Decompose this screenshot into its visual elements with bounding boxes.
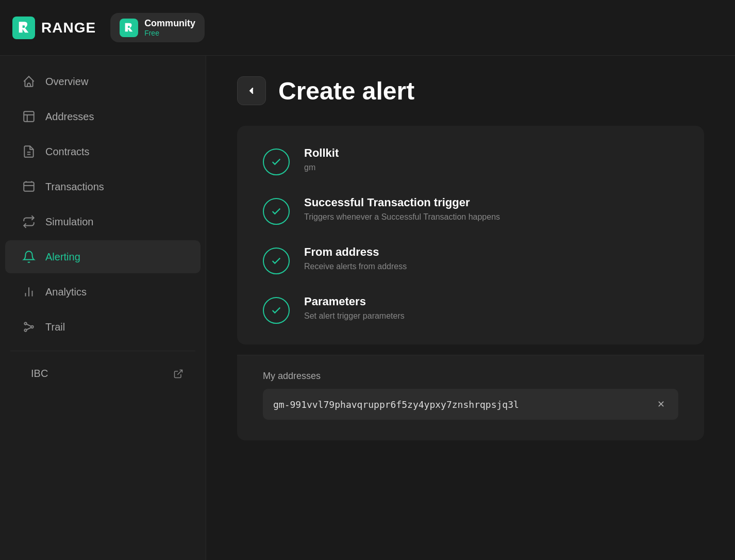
sidebar-item-ibc[interactable]: IBC — [5, 358, 201, 389]
step-desc-3: Set alert trigger parameters — [304, 311, 405, 321]
page-title: Create alert — [278, 77, 414, 105]
sidebar-label-ibc: IBC — [31, 368, 48, 380]
remove-address-button[interactable]: ✕ — [654, 397, 668, 411]
step-desc-1: Triggers whenever a Successful Transacti… — [304, 212, 500, 222]
sidebar-item-simulation[interactable]: Simulation — [5, 205, 201, 238]
step-title-2: From address — [304, 245, 407, 259]
step-rollkit: Rollkit gm — [263, 146, 678, 175]
svg-rect-0 — [24, 111, 34, 122]
address-section: My addresses gm-991vvl79phavqruppr6f5zy4… — [237, 355, 704, 440]
contracts-icon — [22, 144, 36, 159]
address-value: gm-991vvl79phavqruppr6f5zy4ypxy7znshrqps… — [273, 399, 647, 410]
svg-point-14 — [24, 329, 26, 331]
address-label: My addresses — [263, 371, 678, 382]
address-input-row: gm-991vvl79phavqruppr6f5zy4ypxy7znshrqps… — [263, 389, 678, 420]
external-link-icon — [173, 368, 184, 380]
step-title-0: Rollkit — [304, 146, 339, 160]
simulation-icon — [22, 215, 36, 229]
workspace-plan: Free — [144, 29, 195, 37]
step-circle-2 — [263, 248, 290, 274]
svg-point-13 — [31, 326, 33, 328]
sidebar-item-trail[interactable]: Trail — [5, 310, 201, 343]
step-desc-0: gm — [304, 163, 339, 172]
sidebar-label-overview: Overview — [45, 76, 88, 88]
sidebar-item-overview[interactable]: Overview — [5, 65, 201, 98]
content-area: Create alert Rollkit gm — [206, 56, 735, 560]
step-circle-1 — [263, 198, 290, 225]
sidebar-label-transactions: Transactions — [45, 181, 104, 193]
sidebar-label-alerting: Alerting — [45, 251, 80, 263]
step-from-address: From address Receive alerts from address — [263, 245, 678, 274]
step-desc-2: Receive alerts from address — [304, 262, 407, 271]
sidebar-label-analytics: Analytics — [45, 286, 87, 298]
workspace-icon — [120, 19, 138, 37]
transactions-icon — [22, 179, 36, 194]
sidebar-divider — [10, 351, 195, 351]
step-circle-3 — [263, 297, 290, 324]
step-circle-0 — [263, 149, 290, 175]
sidebar-label-contracts: Contracts — [45, 146, 90, 158]
svg-point-12 — [24, 322, 26, 324]
step-trigger: Successful Transaction trigger Triggers … — [263, 196, 678, 225]
steps-card: Rollkit gm Successful Transaction trigge… — [237, 126, 704, 344]
sidebar: Overview Addresses Contra — [0, 56, 206, 560]
analytics-icon — [22, 285, 36, 299]
sidebar-item-addresses[interactable]: Addresses — [5, 100, 201, 133]
sidebar-item-alerting[interactable]: Alerting — [5, 240, 201, 273]
svg-rect-5 — [24, 182, 34, 191]
step-title-3: Parameters — [304, 295, 405, 308]
svg-line-15 — [177, 370, 182, 374]
workspace-name: Community — [144, 18, 195, 29]
logo-area: RANGE — [12, 17, 96, 39]
sidebar-label-trail: Trail — [45, 321, 65, 333]
workspace-pill[interactable]: Community Free — [110, 13, 205, 42]
sidebar-label-addresses: Addresses — [45, 111, 94, 123]
logo-text: RANGE — [41, 20, 96, 36]
step-title-1: Successful Transaction trigger — [304, 196, 500, 209]
alerting-icon — [22, 250, 36, 264]
workspace-info: Community Free — [144, 18, 195, 37]
sidebar-item-contracts[interactable]: Contracts — [5, 135, 201, 168]
step-parameters: Parameters Set alert trigger parameters — [263, 295, 678, 324]
trail-icon — [22, 320, 36, 334]
sidebar-label-simulation: Simulation — [45, 216, 93, 228]
home-icon — [22, 74, 36, 89]
logo-icon — [12, 17, 35, 39]
addresses-icon — [22, 109, 36, 124]
header: RANGE Community Free — [0, 0, 735, 56]
back-button[interactable] — [237, 76, 266, 105]
sidebar-item-analytics[interactable]: Analytics — [5, 275, 201, 308]
sidebar-item-transactions[interactable]: Transactions — [5, 170, 201, 203]
main-layout: Overview Addresses Contra — [0, 56, 735, 560]
page-header: Create alert — [237, 76, 704, 105]
